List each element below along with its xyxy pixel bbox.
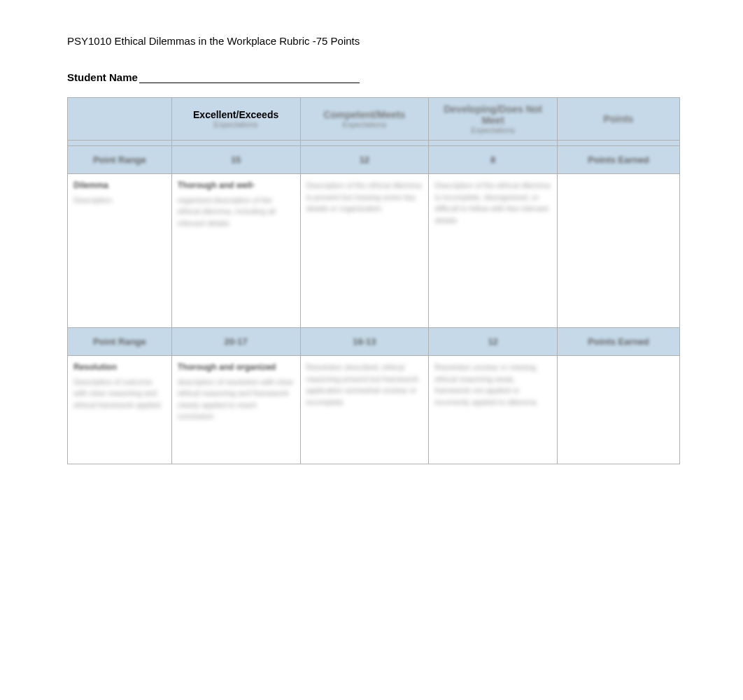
header-competent: Competent/Meets Expectations [300,98,429,141]
header-excellent: Excellent/Exceeds Expectations [171,98,300,141]
points-excellent-1: 15 [231,155,241,165]
criteria-cell-1: Dilemma Description [68,174,172,328]
criteria-cell-2: Resolution Description of outcome with c… [68,356,172,464]
points-row-1: Point Range 15 12 8 Points Earned [68,146,680,174]
points-developing-2: 12 [488,336,497,347]
excellent-cell-1: Thorough and well- organized description… [171,174,300,328]
developing-cell-2: Resolution unclear or missing, ethical r… [429,356,558,464]
developing-body-1: Description of the ethical dilemma is in… [434,180,551,226]
excellent-cell-2: Thorough and organized description of re… [171,356,300,464]
developing-cell-1: Description of the ethical dilemma is in… [429,174,558,328]
criteria-body-1: Description [73,194,166,206]
points-label-2: Point Range [93,336,146,347]
student-name-label: Student Name [67,71,138,83]
table-header-row: Excellent/Exceeds Expectations Competent… [68,98,680,141]
divider-row [68,141,680,146]
header-competent-sub: Expectations [306,120,423,129]
header-points-label: Points [563,113,674,124]
competent-cell-2: Resolution described, ethical reasoning … [300,356,429,464]
excellent-head-2: Thorough and organized [178,362,295,373]
competent-cell-1: Description of the ethical dilemma is pr… [300,174,429,328]
header-points: Points [558,98,680,141]
header-criteria [68,98,172,141]
points-row-2: Point Range 20-17 16-13 12 Points Earned [68,328,680,356]
document-title: PSY1010 Ethical Dilemmas in the Workplac… [67,35,680,47]
excellent-head-1: Thorough and well- [178,180,295,192]
excellent-body-2: description of resolution with clear eth… [178,376,295,422]
header-competent-label: Competent/Meets [306,109,423,120]
header-excellent-sub: Expectations [178,120,295,129]
criteria-head-2: Resolution [73,362,166,373]
student-name-field: Student Name [67,71,680,83]
points-excellent-2: 20-17 [225,336,248,347]
excellent-body-1: organized description of the ethical dil… [178,194,295,229]
rubric-table: Excellent/Exceeds Expectations Competent… [67,97,680,464]
criteria-head-1: Dilemma [73,180,166,192]
content-row-2: Resolution Description of outcome with c… [68,356,680,464]
student-name-line [139,83,360,83]
header-developing-label: Developing/Does Not Meet [434,103,551,126]
points-cell-2 [558,356,680,464]
points-earned-label-1: Points Earned [588,155,649,165]
header-developing-sub: Expectations [434,126,551,134]
points-competent-1: 12 [360,155,369,165]
competent-body-1: Description of the ethical dilemma is pr… [306,180,423,215]
header-developing: Developing/Does Not Meet Expectations [429,98,558,141]
points-cell-1 [558,174,680,328]
content-row-1: Dilemma Description Thorough and well- o… [68,174,680,328]
developing-body-2: Resolution unclear or missing, ethical r… [434,362,551,408]
points-label-1: Point Range [93,155,146,165]
points-developing-1: 8 [490,155,495,165]
points-competent-2: 16-13 [353,336,376,347]
criteria-body-2: Description of outcome with clear reason… [73,376,166,411]
competent-body-2: Resolution described, ethical reasoning … [306,362,423,408]
header-excellent-label: Excellent/Exceeds [178,109,295,120]
points-earned-label-2: Points Earned [588,336,649,347]
